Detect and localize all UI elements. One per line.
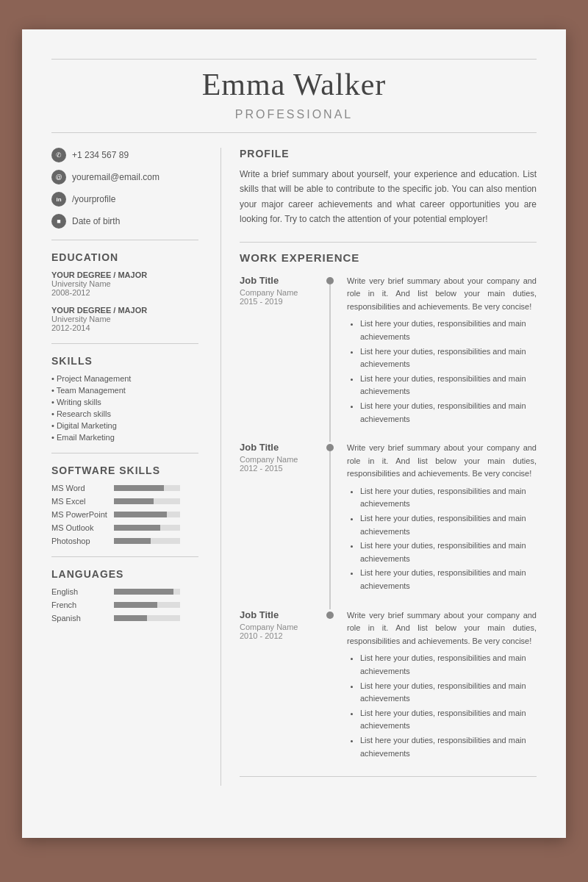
candidate-title: Professional bbox=[51, 108, 537, 121]
skill-item-6: Email Marketing bbox=[51, 433, 198, 442]
calendar-icon: ■ bbox=[51, 214, 66, 229]
job-title-2: Job Title bbox=[240, 442, 313, 453]
lang-bar-fill-3 bbox=[114, 615, 147, 621]
work-title: WORK EXPERIENCE bbox=[240, 251, 537, 264]
work-timeline: Job Title Company Name 2015 - 2019 Write… bbox=[240, 275, 537, 762]
lang-name-1: English bbox=[51, 587, 114, 596]
lang-name-3: Spanish bbox=[51, 614, 114, 623]
duty-2-1: List here your duties, responsibilities … bbox=[360, 485, 537, 511]
duty-2-4: List here your duties, responsibilities … bbox=[360, 567, 537, 592]
work-right-1: Write very brief summary about your comp… bbox=[336, 275, 537, 428]
software-bar-bg-5 bbox=[114, 538, 180, 544]
duty-1-4: List here your duties, responsibilities … bbox=[360, 400, 537, 426]
phone-icon: ✆ bbox=[51, 148, 66, 162]
duty-1-2: List here your duties, responsibilities … bbox=[360, 345, 537, 371]
duty-1-3: List here your duties, responsibilities … bbox=[360, 373, 537, 398]
profile-section: PROFILE Write a brief summary about your… bbox=[240, 148, 537, 227]
software-bar-fill-5 bbox=[114, 538, 151, 544]
duty-3-2: List here your duties, responsibilities … bbox=[360, 680, 537, 706]
edu-year-2: 2012-2014 bbox=[51, 323, 198, 332]
work-entry-1: Job Title Company Name 2015 - 2019 Write… bbox=[240, 275, 537, 428]
lang-row-3: Spanish bbox=[51, 614, 198, 623]
software-row-4: MS Outlook bbox=[51, 523, 198, 532]
software-bar-bg-3 bbox=[114, 512, 180, 517]
skills-list: Project Management Team Management Writi… bbox=[51, 374, 198, 442]
duty-3-4: List here your duties, responsibilities … bbox=[360, 734, 537, 760]
duty-2-2: List here your duties, responsibilities … bbox=[360, 512, 537, 538]
lang-bar-bg-3 bbox=[114, 615, 180, 621]
phone-text: +1 234 567 89 bbox=[72, 150, 129, 160]
software-row-1: MS Word bbox=[51, 484, 198, 492]
timeline-dot-2 bbox=[326, 444, 334, 451]
job-title-3: Job Title bbox=[240, 609, 313, 620]
software-row-5: Photoshop bbox=[51, 537, 198, 545]
duty-2-3: List here your duties, responsibilities … bbox=[360, 539, 537, 565]
lang-bar-bg-2 bbox=[114, 602, 180, 608]
software-bar-bg-2 bbox=[114, 498, 180, 504]
lang-row-2: French bbox=[51, 600, 198, 609]
skill-item-4: Research skills bbox=[51, 409, 198, 418]
work-right-3: Write very brief summary about your comp… bbox=[336, 609, 537, 762]
dob-contact: ■ Date of birth bbox=[51, 214, 198, 229]
work-duties-1: List here your duties, responsibilities … bbox=[347, 318, 537, 426]
skill-item-3: Writing skills bbox=[51, 398, 198, 406]
edu-entry-1: YOUR DEGREE / MAJOR University Name 2008… bbox=[51, 270, 198, 297]
profile-title: PROFILE bbox=[240, 148, 537, 159]
left-column: ✆ +1 234 567 89 @ youremail@email.com in… bbox=[51, 148, 198, 786]
duty-1-1: List here your duties, responsibilities … bbox=[360, 318, 537, 343]
edu-divider bbox=[51, 343, 198, 344]
skills-title: SKILLS bbox=[51, 355, 198, 367]
work-summary-3: Write very brief summary about your comp… bbox=[347, 609, 537, 648]
edu-entry-2: YOUR DEGREE / MAJOR University Name 2012… bbox=[51, 306, 198, 332]
company-name-1: Company Name bbox=[240, 288, 313, 297]
email-text: youremail@email.com bbox=[72, 172, 159, 182]
right-column: PROFILE Write a brief summary about your… bbox=[220, 148, 537, 786]
software-name-1: MS Word bbox=[51, 484, 114, 492]
software-name-4: MS Outlook bbox=[51, 523, 114, 532]
work-duties-3: List here your duties, responsibilities … bbox=[347, 652, 537, 760]
edu-uni-1: University Name bbox=[51, 279, 198, 288]
content-area: ✆ +1 234 567 89 @ youremail@email.com in… bbox=[51, 148, 537, 786]
dot-container-2 bbox=[324, 442, 336, 595]
work-left-2: Job Title Company Name 2012 - 2015 bbox=[240, 442, 324, 595]
software-title: SOFTWARE SKILLS bbox=[51, 465, 198, 476]
job-years-3: 2010 - 2012 bbox=[240, 631, 313, 640]
company-name-2: Company Name bbox=[240, 455, 313, 464]
work-summary-2: Write very brief summary about your comp… bbox=[347, 442, 537, 481]
skill-item-5: Digital Marketing bbox=[51, 421, 198, 430]
work-entry-2: Job Title Company Name 2012 - 2015 Write… bbox=[240, 442, 537, 595]
linkedin-text: /yourprofile bbox=[72, 194, 115, 204]
software-bar-fill-2 bbox=[114, 498, 154, 504]
languages-title: LANGUAGES bbox=[51, 568, 198, 580]
profile-divider bbox=[240, 242, 537, 243]
software-bar-fill-4 bbox=[114, 525, 160, 531]
software-bar-fill-1 bbox=[114, 485, 164, 491]
lang-row-1: English bbox=[51, 587, 198, 596]
company-name-3: Company Name bbox=[240, 623, 313, 631]
work-section: WORK EXPERIENCE Job Title Company Name 2… bbox=[240, 251, 537, 762]
job-title-1: Job Title bbox=[240, 275, 313, 286]
skills-divider bbox=[51, 453, 198, 453]
work-right-2: Write very brief summary about your comp… bbox=[336, 442, 537, 595]
linkedin-contact: in /yourprofile bbox=[51, 192, 198, 207]
timeline-dot-3 bbox=[326, 612, 334, 619]
job-years-2: 2012 - 2015 bbox=[240, 464, 313, 473]
lang-bar-bg-1 bbox=[114, 589, 180, 595]
software-bar-fill-3 bbox=[114, 512, 167, 517]
dob-text: Date of birth bbox=[72, 216, 120, 226]
candidate-name: Emma Walker bbox=[51, 67, 537, 102]
timeline-line-2 bbox=[329, 451, 331, 609]
linkedin-icon: in bbox=[51, 192, 66, 207]
software-bar-bg-4 bbox=[114, 525, 180, 531]
resume-page: Emma Walker Professional ✆ +1 234 567 89… bbox=[22, 29, 566, 838]
lang-name-2: French bbox=[51, 600, 114, 609]
education-title: EDUCATION bbox=[51, 251, 198, 263]
edu-degree-2: YOUR DEGREE / MAJOR bbox=[51, 306, 198, 315]
lang-bar-fill-1 bbox=[114, 589, 173, 595]
email-icon: @ bbox=[51, 170, 66, 184]
email-contact: @ youremail@email.com bbox=[51, 170, 198, 184]
work-left-1: Job Title Company Name 2015 - 2019 bbox=[240, 275, 324, 428]
work-entry-3: Job Title Company Name 2010 - 2012 Write… bbox=[240, 609, 537, 762]
software-row-3: MS PowerPoint bbox=[51, 510, 198, 519]
dot-container-1 bbox=[324, 275, 336, 428]
